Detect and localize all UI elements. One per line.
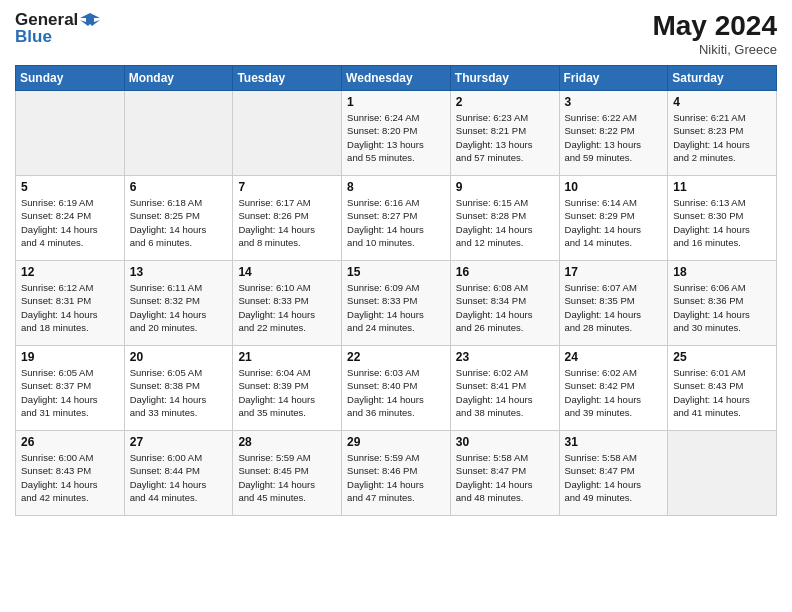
calendar-cell: 25Sunrise: 6:01 AMSunset: 8:43 PMDayligh…: [668, 346, 777, 431]
calendar-cell: [668, 431, 777, 516]
cell-info: Sunrise: 6:05 AMSunset: 8:38 PMDaylight:…: [130, 366, 228, 419]
page: General Blue May 2024 Nikiti, Greece Sun…: [0, 0, 792, 612]
logo-blue: Blue: [15, 28, 100, 47]
col-header-saturday: Saturday: [668, 66, 777, 91]
day-number: 24: [565, 350, 663, 364]
day-number: 3: [565, 95, 663, 109]
col-header-friday: Friday: [559, 66, 668, 91]
day-number: 7: [238, 180, 336, 194]
calendar-cell: 21Sunrise: 6:04 AMSunset: 8:39 PMDayligh…: [233, 346, 342, 431]
calendar-cell: 27Sunrise: 6:00 AMSunset: 8:44 PMDayligh…: [124, 431, 233, 516]
calendar-cell: 17Sunrise: 6:07 AMSunset: 8:35 PMDayligh…: [559, 261, 668, 346]
cell-info: Sunrise: 6:22 AMSunset: 8:22 PMDaylight:…: [565, 111, 663, 164]
calendar-cell: 29Sunrise: 5:59 AMSunset: 8:46 PMDayligh…: [342, 431, 451, 516]
col-header-monday: Monday: [124, 66, 233, 91]
cell-info: Sunrise: 6:21 AMSunset: 8:23 PMDaylight:…: [673, 111, 771, 164]
day-number: 9: [456, 180, 554, 194]
day-number: 22: [347, 350, 445, 364]
calendar-cell: [124, 91, 233, 176]
cell-info: Sunrise: 5:59 AMSunset: 8:45 PMDaylight:…: [238, 451, 336, 504]
cell-info: Sunrise: 6:19 AMSunset: 8:24 PMDaylight:…: [21, 196, 119, 249]
calendar-cell: 9Sunrise: 6:15 AMSunset: 8:28 PMDaylight…: [450, 176, 559, 261]
cell-info: Sunrise: 6:18 AMSunset: 8:25 PMDaylight:…: [130, 196, 228, 249]
calendar-cell: 11Sunrise: 6:13 AMSunset: 8:30 PMDayligh…: [668, 176, 777, 261]
cell-info: Sunrise: 6:13 AMSunset: 8:30 PMDaylight:…: [673, 196, 771, 249]
cell-info: Sunrise: 6:14 AMSunset: 8:29 PMDaylight:…: [565, 196, 663, 249]
cell-info: Sunrise: 6:17 AMSunset: 8:26 PMDaylight:…: [238, 196, 336, 249]
col-header-tuesday: Tuesday: [233, 66, 342, 91]
cell-info: Sunrise: 6:16 AMSunset: 8:27 PMDaylight:…: [347, 196, 445, 249]
day-number: 17: [565, 265, 663, 279]
cell-info: Sunrise: 6:23 AMSunset: 8:21 PMDaylight:…: [456, 111, 554, 164]
day-number: 2: [456, 95, 554, 109]
calendar-cell: 5Sunrise: 6:19 AMSunset: 8:24 PMDaylight…: [16, 176, 125, 261]
cell-info: Sunrise: 6:08 AMSunset: 8:34 PMDaylight:…: [456, 281, 554, 334]
location: Nikiti, Greece: [652, 42, 777, 57]
calendar-header-row: SundayMondayTuesdayWednesdayThursdayFrid…: [16, 66, 777, 91]
calendar-cell: 24Sunrise: 6:02 AMSunset: 8:42 PMDayligh…: [559, 346, 668, 431]
day-number: 25: [673, 350, 771, 364]
day-number: 11: [673, 180, 771, 194]
day-number: 10: [565, 180, 663, 194]
day-number: 27: [130, 435, 228, 449]
calendar-table: SundayMondayTuesdayWednesdayThursdayFrid…: [15, 65, 777, 516]
day-number: 16: [456, 265, 554, 279]
title-block: May 2024 Nikiti, Greece: [652, 10, 777, 57]
col-header-thursday: Thursday: [450, 66, 559, 91]
day-number: 26: [21, 435, 119, 449]
calendar-week-row: 5Sunrise: 6:19 AMSunset: 8:24 PMDaylight…: [16, 176, 777, 261]
day-number: 23: [456, 350, 554, 364]
day-number: 21: [238, 350, 336, 364]
calendar-cell: 6Sunrise: 6:18 AMSunset: 8:25 PMDaylight…: [124, 176, 233, 261]
day-number: 8: [347, 180, 445, 194]
calendar-cell: 23Sunrise: 6:02 AMSunset: 8:41 PMDayligh…: [450, 346, 559, 431]
day-number: 18: [673, 265, 771, 279]
calendar-week-row: 12Sunrise: 6:12 AMSunset: 8:31 PMDayligh…: [16, 261, 777, 346]
cell-info: Sunrise: 5:58 AMSunset: 8:47 PMDaylight:…: [565, 451, 663, 504]
calendar-week-row: 19Sunrise: 6:05 AMSunset: 8:37 PMDayligh…: [16, 346, 777, 431]
calendar-cell: 13Sunrise: 6:11 AMSunset: 8:32 PMDayligh…: [124, 261, 233, 346]
day-number: 12: [21, 265, 119, 279]
day-number: 31: [565, 435, 663, 449]
cell-info: Sunrise: 6:00 AMSunset: 8:44 PMDaylight:…: [130, 451, 228, 504]
day-number: 30: [456, 435, 554, 449]
cell-info: Sunrise: 6:03 AMSunset: 8:40 PMDaylight:…: [347, 366, 445, 419]
logo: General Blue: [15, 10, 100, 47]
calendar-cell: 31Sunrise: 5:58 AMSunset: 8:47 PMDayligh…: [559, 431, 668, 516]
calendar-cell: 16Sunrise: 6:08 AMSunset: 8:34 PMDayligh…: [450, 261, 559, 346]
cell-info: Sunrise: 5:59 AMSunset: 8:46 PMDaylight:…: [347, 451, 445, 504]
day-number: 14: [238, 265, 336, 279]
calendar-cell: 10Sunrise: 6:14 AMSunset: 8:29 PMDayligh…: [559, 176, 668, 261]
col-header-sunday: Sunday: [16, 66, 125, 91]
calendar-cell: 7Sunrise: 6:17 AMSunset: 8:26 PMDaylight…: [233, 176, 342, 261]
cell-info: Sunrise: 6:00 AMSunset: 8:43 PMDaylight:…: [21, 451, 119, 504]
day-number: 1: [347, 95, 445, 109]
calendar-cell: 20Sunrise: 6:05 AMSunset: 8:38 PMDayligh…: [124, 346, 233, 431]
calendar-cell: 28Sunrise: 5:59 AMSunset: 8:45 PMDayligh…: [233, 431, 342, 516]
cell-info: Sunrise: 6:06 AMSunset: 8:36 PMDaylight:…: [673, 281, 771, 334]
day-number: 20: [130, 350, 228, 364]
calendar-cell: 1Sunrise: 6:24 AMSunset: 8:20 PMDaylight…: [342, 91, 451, 176]
calendar-cell: 22Sunrise: 6:03 AMSunset: 8:40 PMDayligh…: [342, 346, 451, 431]
cell-info: Sunrise: 6:11 AMSunset: 8:32 PMDaylight:…: [130, 281, 228, 334]
cell-info: Sunrise: 6:02 AMSunset: 8:41 PMDaylight:…: [456, 366, 554, 419]
cell-info: Sunrise: 6:12 AMSunset: 8:31 PMDaylight:…: [21, 281, 119, 334]
day-number: 5: [21, 180, 119, 194]
calendar-cell: 15Sunrise: 6:09 AMSunset: 8:33 PMDayligh…: [342, 261, 451, 346]
calendar-cell: 30Sunrise: 5:58 AMSunset: 8:47 PMDayligh…: [450, 431, 559, 516]
cell-info: Sunrise: 6:04 AMSunset: 8:39 PMDaylight:…: [238, 366, 336, 419]
day-number: 15: [347, 265, 445, 279]
cell-info: Sunrise: 5:58 AMSunset: 8:47 PMDaylight:…: [456, 451, 554, 504]
calendar-week-row: 26Sunrise: 6:00 AMSunset: 8:43 PMDayligh…: [16, 431, 777, 516]
cell-info: Sunrise: 6:09 AMSunset: 8:33 PMDaylight:…: [347, 281, 445, 334]
calendar-cell: 4Sunrise: 6:21 AMSunset: 8:23 PMDaylight…: [668, 91, 777, 176]
day-number: 19: [21, 350, 119, 364]
calendar-cell: 2Sunrise: 6:23 AMSunset: 8:21 PMDaylight…: [450, 91, 559, 176]
calendar-cell: 12Sunrise: 6:12 AMSunset: 8:31 PMDayligh…: [16, 261, 125, 346]
calendar-cell: 8Sunrise: 6:16 AMSunset: 8:27 PMDaylight…: [342, 176, 451, 261]
header: General Blue May 2024 Nikiti, Greece: [15, 10, 777, 57]
month-title: May 2024: [652, 10, 777, 42]
cell-info: Sunrise: 6:10 AMSunset: 8:33 PMDaylight:…: [238, 281, 336, 334]
cell-info: Sunrise: 6:05 AMSunset: 8:37 PMDaylight:…: [21, 366, 119, 419]
calendar-cell: 26Sunrise: 6:00 AMSunset: 8:43 PMDayligh…: [16, 431, 125, 516]
